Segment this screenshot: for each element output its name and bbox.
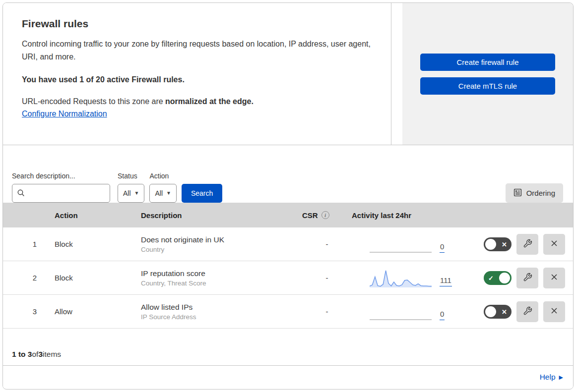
status-dropdown[interactable]: All ▼ [118, 184, 144, 203]
intro-description: Control incoming traffic to your zone by… [22, 38, 371, 63]
rule-enabled-toggle[interactable]: ✕ [484, 305, 512, 319]
rule-action: Block [52, 240, 141, 248]
rule-description: Allow listed IPs [141, 303, 302, 312]
configure-normalization-link[interactable]: Configure Normalization [22, 110, 107, 118]
action-panel: Create firewall rule Create mTLS rule [402, 3, 573, 145]
action-value: All [155, 189, 163, 197]
close-icon [550, 273, 559, 283]
pagination-range: 1 to 3 [12, 350, 32, 359]
normalization-text: URL-encoded Requests to this zone are no… [22, 97, 371, 106]
rule-action: Block [52, 274, 141, 282]
pagination-of: of [32, 350, 38, 359]
rule-criteria: Country [141, 246, 302, 253]
normalization-text-plain: URL-encoded Requests to this zone are [22, 97, 165, 106]
rule-priority: 3 [3, 307, 52, 316]
pagination-total: 3 [38, 350, 43, 359]
activity-count-link[interactable]: 0 [440, 242, 445, 253]
rule-controls: ✓ [459, 268, 573, 288]
flat-activity-line [370, 252, 432, 253]
status-label: Status [118, 172, 144, 180]
activity-sparkline [370, 268, 432, 288]
rule-enabled-toggle[interactable]: ✓ [484, 271, 512, 285]
help-link-label: Help [540, 373, 556, 382]
toggle-knob [485, 239, 496, 250]
action-column-header: Action [52, 211, 141, 220]
usage-summary: You have used 1 of 20 active Firewall ru… [22, 75, 371, 84]
search-button[interactable]: Search [182, 184, 222, 203]
wrench-icon [523, 306, 532, 317]
activity-count-link[interactable]: 0 [440, 310, 445, 320]
firewall-rules-panel: Firewall rules Control incoming traffic … [2, 2, 574, 390]
chevron-down-icon: ▼ [166, 191, 171, 196]
delete-rule-button[interactable] [543, 234, 565, 255]
create-mtls-rule-button[interactable]: Create mTLS rule [420, 77, 555, 95]
toggle-state-icon: ✕ [502, 308, 507, 315]
rule-activity-cell: 0 [352, 234, 459, 255]
rule-csr-value: - [302, 307, 352, 316]
intro-card: Firewall rules Control incoming traffic … [3, 3, 391, 145]
delete-rule-button[interactable] [543, 268, 565, 288]
rule-enabled-toggle[interactable]: ✕ [484, 237, 512, 251]
pagination-items: items [43, 350, 61, 359]
search-group: Search description... [12, 172, 110, 203]
search-label: Search description... [12, 172, 110, 180]
rule-description-cell: Allow listed IPs IP Source Address [141, 303, 302, 321]
top-section: Firewall rules Control incoming traffic … [3, 3, 573, 145]
rule-priority: 1 [3, 240, 52, 248]
pagination-summary: 1 to 3 of 3 items [3, 329, 573, 366]
rule-controls: ✕ [459, 234, 573, 255]
chevron-down-icon: ▼ [134, 191, 139, 196]
edit-rule-button[interactable] [516, 301, 538, 322]
rule-criteria: IP Source Address [141, 313, 302, 321]
toggle-knob [499, 273, 510, 283]
description-column-header: Description [141, 211, 302, 220]
create-firewall-rule-button[interactable]: Create firewall rule [420, 54, 555, 71]
table-row: 1 Block Does not originate in UK Country… [3, 227, 573, 261]
search-input[interactable] [12, 184, 110, 203]
help-link[interactable]: Help ▶ [540, 373, 563, 382]
action-filter-group: Action All ▼ [149, 172, 176, 203]
rule-activity-cell: 0 [352, 301, 459, 322]
toggle-state-icon: ✕ [502, 241, 507, 247]
search-box [12, 184, 110, 203]
normalization-text-bold: normalized at the edge. [165, 97, 254, 106]
help-bar: Help ▶ [3, 366, 573, 389]
toggle-knob [485, 306, 496, 317]
flat-activity-line [370, 319, 432, 320]
rule-action: Allow [52, 307, 141, 316]
wrench-icon [523, 239, 532, 250]
table-header: Action Description CSR i Activity last 2… [3, 203, 573, 227]
csr-column-label: CSR [302, 211, 318, 220]
table-row: 2 Block IP reputation score Country, Thr… [3, 261, 573, 295]
close-icon [550, 239, 559, 249]
rule-csr-value: - [302, 240, 352, 248]
activity-column-header: Activity last 24hr [352, 211, 459, 220]
rule-activity-cell: 111 [352, 268, 459, 288]
filter-bar: Search description... Status All ▼ Actio… [3, 145, 573, 203]
wrench-icon [523, 273, 532, 283]
rule-description: Does not originate in UK [141, 235, 302, 244]
page-title: Firewall rules [22, 18, 371, 30]
ordering-button[interactable]: Ordering [506, 183, 563, 203]
activity-sparkline [370, 234, 432, 255]
rule-controls: ✕ [459, 301, 573, 322]
edit-rule-button[interactable] [516, 268, 538, 288]
ordering-button-label: Ordering [526, 189, 555, 197]
delete-rule-button[interactable] [543, 301, 565, 322]
action-label: Action [149, 172, 176, 180]
activity-count-link[interactable]: 111 [440, 276, 452, 286]
activity-sparkline [370, 301, 432, 322]
rule-description-cell: IP reputation score Country, Threat Scor… [141, 269, 302, 287]
edit-rule-button[interactable] [516, 234, 538, 255]
close-icon [550, 306, 559, 317]
rule-csr-value: - [302, 274, 352, 282]
toggle-state-icon: ✓ [488, 275, 494, 281]
csr-column-header: CSR i [302, 211, 352, 220]
top-gap [391, 3, 402, 145]
action-dropdown[interactable]: All ▼ [149, 184, 176, 203]
search-icon [17, 189, 25, 199]
rule-description: IP reputation score [141, 269, 302, 278]
info-icon[interactable]: i [321, 211, 329, 219]
table-row: 3 Allow Allow listed IPs IP Source Addre… [3, 295, 573, 329]
status-value: All [123, 189, 131, 197]
